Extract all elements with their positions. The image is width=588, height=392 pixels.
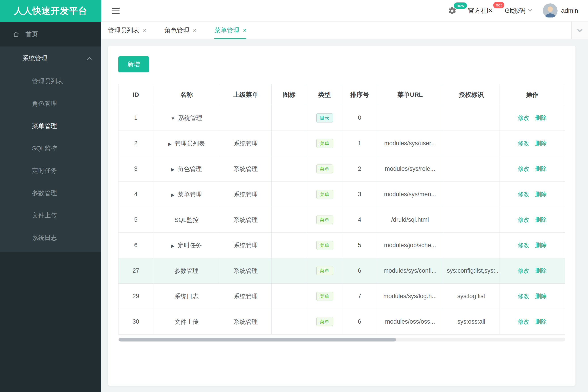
user-menu[interactable]: admin [543, 3, 578, 18]
edit-link[interactable]: 修改 [518, 166, 529, 172]
cell-icon [272, 105, 307, 131]
collapse-caret-icon[interactable]: ▼ [171, 116, 175, 121]
table-header-row: ID名称上级菜单图标类型排序号菜单URL授权标识操作 [119, 84, 565, 105]
cell-name: ▶菜单管理 [153, 182, 220, 207]
cell-order: 2 [342, 156, 377, 182]
tab-close-icon[interactable]: × [143, 28, 147, 34]
cell-name: 文件上传 [153, 309, 220, 334]
cell-url: modules/sys/log.h... [377, 284, 443, 309]
table-row[interactable]: 5SQL监控系统管理菜单4/druid/sql.html修改删除 [119, 207, 565, 233]
community-link[interactable]: 官方社区 hot [468, 6, 493, 15]
table-body: 1▼系统管理目录0修改删除2▶管理员列表系统管理菜单1modules/sys/u… [119, 105, 565, 334]
type-badge: 目录 [316, 113, 333, 122]
sidebar-item-label: SQL监控 [32, 144, 57, 153]
delete-link[interactable]: 删除 [535, 216, 547, 223]
edit-link[interactable]: 修改 [518, 114, 529, 121]
edit-link[interactable]: 修改 [518, 242, 529, 248]
cell-url: modules/oss/oss... [377, 309, 443, 334]
tabs-dropdown-button[interactable] [571, 22, 588, 39]
tab-0[interactable]: 管理员列表× [108, 22, 147, 39]
table-row[interactable]: 30文件上传系统管理菜单6modules/oss/oss...sys:oss:a… [119, 309, 565, 334]
table-row[interactable]: 4▶菜单管理系统管理菜单3modules/sys/men...修改删除 [119, 182, 565, 207]
tab-label: 菜单管理 [214, 26, 239, 35]
avatar[interactable] [543, 3, 557, 18]
delete-link[interactable]: 删除 [535, 267, 547, 274]
expand-caret-icon[interactable]: ▶ [171, 244, 174, 248]
settings-button[interactable]: new [448, 6, 456, 15]
table-row[interactable]: 6▶定时任务系统管理菜单5modules/job/sche...修改删除 [119, 233, 565, 258]
sidebar-item-3[interactable]: SQL监控 [0, 137, 101, 160]
chevron-down-icon [528, 8, 532, 12]
tab-label: 角色管理 [164, 26, 189, 35]
expand-caret-icon[interactable]: ▶ [171, 167, 174, 172]
content-area: 新增 ID名称上级菜单图标类型排序号菜单URL授权标识操作 1▼系统管理目录0修… [101, 39, 588, 392]
edit-link[interactable]: 修改 [518, 216, 529, 223]
tab-1[interactable]: 角色管理× [164, 22, 197, 39]
sidebar-home-label: 首页 [26, 30, 38, 38]
sidebar-item-7[interactable]: 系统日志 [0, 226, 101, 249]
edit-link[interactable]: 修改 [518, 140, 529, 146]
menu-name: 参数管理 [174, 268, 199, 274]
delete-link[interactable]: 删除 [535, 114, 547, 121]
menu-toggle-icon[interactable] [111, 6, 121, 16]
cell-parent [220, 105, 272, 131]
table-row[interactable]: 29系统日志系统管理菜单7modules/sys/log.h...sys:log… [119, 284, 565, 309]
cell-order: 4 [342, 207, 377, 233]
table-row[interactable]: 1▼系统管理目录0修改删除 [119, 105, 565, 131]
cell-actions: 修改删除 [499, 309, 565, 334]
cell-type: 菜单 [307, 182, 342, 207]
sidebar-item-6[interactable]: 文件上传 [0, 204, 101, 226]
cell-type: 菜单 [307, 309, 342, 334]
topbar: new 官方社区 hot Git源码 [101, 0, 588, 22]
sidebar-item-2[interactable]: 菜单管理 [0, 115, 101, 137]
expand-caret-icon[interactable]: ▶ [168, 142, 172, 146]
cell-name: 系统日志 [153, 284, 220, 309]
sidebar-item-0[interactable]: 管理员列表 [0, 70, 101, 92]
content-card: 新增 ID名称上级菜单图标类型排序号菜单URL授权标识操作 1▼系统管理目录0修… [108, 46, 575, 386]
add-button[interactable]: 新增 [118, 56, 149, 72]
sidebar-section-label: 系统管理 [22, 54, 48, 62]
cell-parent: 系统管理 [220, 258, 272, 284]
table-row[interactable]: 2▶管理员列表系统管理菜单1modules/sys/user...修改删除 [119, 131, 565, 156]
scrollbar-thumb[interactable] [119, 338, 396, 342]
edit-link[interactable]: 修改 [518, 191, 529, 198]
tab-close-icon[interactable]: × [193, 28, 197, 34]
sidebar-item-5[interactable]: 参数管理 [0, 182, 101, 204]
type-badge: 菜单 [316, 317, 333, 326]
expand-caret-icon[interactable]: ▶ [171, 192, 174, 197]
edit-link[interactable]: 修改 [518, 293, 529, 300]
sidebar-item-4[interactable]: 定时任务 [0, 160, 101, 182]
delete-link[interactable]: 删除 [535, 140, 547, 146]
delete-link[interactable]: 删除 [535, 242, 547, 248]
brand-title: 人人快速开发平台 [14, 5, 88, 17]
table-row[interactable]: 27参数管理系统管理菜单6modules/sys/confi...sys:con… [119, 258, 565, 284]
delete-link[interactable]: 删除 [535, 318, 547, 325]
sidebar-section-header[interactable]: 系统管理 [0, 46, 101, 70]
edit-link[interactable]: 修改 [518, 318, 529, 325]
cell-actions: 修改删除 [499, 156, 565, 182]
cell-parent: 系统管理 [220, 182, 272, 207]
cell-type: 菜单 [307, 284, 342, 309]
tab-close-icon[interactable]: × [243, 28, 247, 34]
cell-perms [443, 207, 499, 233]
sidebar-item-label: 管理员列表 [32, 77, 63, 86]
table-row[interactable]: 3▶角色管理系统管理菜单2modules/sys/role...修改删除 [119, 156, 565, 182]
delete-link[interactable]: 删除 [535, 166, 547, 172]
hot-badge: hot [493, 2, 504, 8]
home-icon [13, 30, 20, 38]
cell-icon [272, 309, 307, 334]
tab-2[interactable]: 菜单管理× [214, 22, 247, 39]
cell-id: 6 [119, 233, 153, 258]
git-source-dropdown[interactable]: Git源码 [505, 6, 531, 15]
menu-name: SQL监控 [174, 216, 199, 223]
edit-link[interactable]: 修改 [518, 267, 529, 274]
sidebar-item-home[interactable]: 首页 [0, 22, 101, 46]
delete-link[interactable]: 删除 [535, 293, 547, 300]
delete-link[interactable]: 删除 [535, 191, 547, 198]
horizontal-scrollbar[interactable] [118, 338, 565, 342]
menu-name: 角色管理 [178, 166, 202, 172]
cell-order: 6 [342, 258, 377, 284]
sidebar-item-1[interactable]: 角色管理 [0, 92, 101, 115]
sidebar-menu-list: 管理员列表角色管理菜单管理SQL监控定时任务参数管理文件上传系统日志 [0, 70, 101, 249]
sidebar-footer-space [0, 252, 101, 392]
